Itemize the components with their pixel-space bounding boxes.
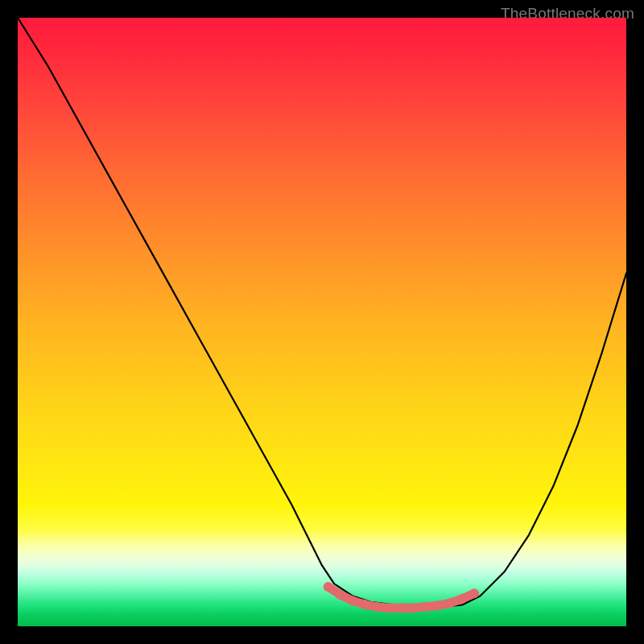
plot-area [18, 18, 626, 626]
marker-dot [457, 594, 467, 604]
marker-dot [445, 598, 455, 608]
marker-dot [396, 603, 406, 613]
marker-dot [384, 603, 394, 613]
marker-dot [324, 582, 333, 592]
marker-band [324, 582, 479, 613]
marker-dot [469, 588, 479, 598]
curve-polyline [18, 18, 626, 607]
marker-dot [336, 590, 345, 600]
marker-dot [360, 600, 369, 609]
chart-container: TheBottleneck.com [0, 0, 644, 644]
marker-dot [433, 601, 443, 610]
marker-dot [408, 603, 418, 613]
marker-dot [372, 602, 382, 612]
marker-dot [348, 596, 357, 605]
marker-dot [421, 602, 431, 612]
bottleneck-curve [18, 18, 626, 626]
